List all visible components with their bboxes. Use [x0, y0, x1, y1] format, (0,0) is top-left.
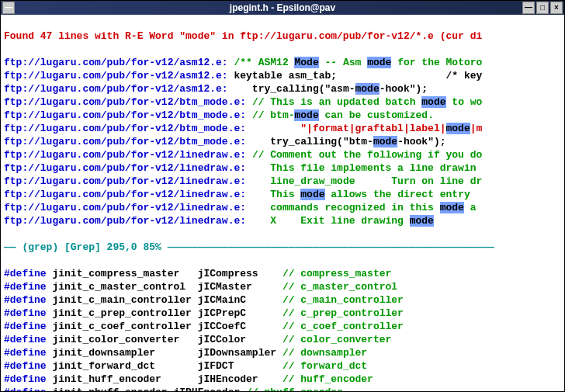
grep-path: ftp://lugaru.com/pub/for-v12/linedraw.e: — [4, 202, 246, 213]
terminal-area[interactable]: Found 47 lines with R-E Word "mode" in f… — [1, 15, 564, 391]
define-value: jIFDCT — [198, 360, 282, 372]
define-keyword: #define — [4, 268, 52, 279]
define-value: jICColor — [198, 334, 282, 345]
comment-text: /** ASM12 — [234, 57, 294, 68]
define-comment: // c_prep_controller — [282, 307, 404, 319]
string-text: mode — [446, 123, 470, 134]
define-keyword: #define — [4, 307, 52, 319]
grep-row[interactable]: ftp://lugaru.com/pub/for-v12/asm12.e: /*… — [4, 56, 561, 69]
grep-path: ftp://lugaru.com/pub/for-v12/linedraw.e: — [4, 215, 246, 227]
define-name: jinit_huff_encoder — [52, 373, 197, 385]
maximize-icon[interactable]: □ — [536, 2, 549, 14]
define-name: jinit_forward_dct — [52, 360, 197, 372]
define-row[interactable]: #define jinit_downsampler jIDownsampler … — [4, 346, 561, 359]
define-name: jinit_c_master_control — [52, 281, 197, 293]
define-row[interactable]: #define jinit_forward_dct jIFDCT // forw… — [4, 359, 561, 373]
window-controls: — □ × — [522, 2, 563, 14]
define-comment: // compress_master — [282, 268, 391, 279]
comment-text: X Exit line drawing — [252, 215, 410, 227]
string-text: |m — [470, 123, 483, 134]
grep-row[interactable]: ftp://lugaru.com/pub/for-v12/linedraw.e:… — [4, 161, 561, 175]
define-comment: // huff_encoder — [282, 373, 373, 385]
define-comment: // color_converter — [282, 334, 391, 345]
define-name: jinit_compress_master — [52, 268, 197, 279]
define-keyword: #define — [4, 360, 52, 372]
match-text: mode — [294, 109, 318, 121]
define-name: jinit_c_coef_controller — [52, 321, 197, 332]
define-value: jICompress — [198, 268, 282, 279]
define-row[interactable]: #define jinit_color_converter jICColor /… — [4, 333, 561, 346]
code-text: mode — [355, 83, 380, 95]
define-keyword: #define — [4, 334, 52, 345]
comment-text: -- Asm — [319, 57, 367, 68]
define-row[interactable]: #define jinit_c_main_controller jICMainC… — [4, 293, 561, 307]
define-value: jIPHEncoder — [173, 387, 246, 391]
define-row[interactable]: #define jinit_c_prep_controller jICPrepC… — [4, 307, 561, 320]
grep-row[interactable]: ftp://lugaru.com/pub/for-v12/btm_mode.e:… — [4, 95, 561, 109]
comment-text: line_draw_mode Turn on line dr — [252, 175, 482, 187]
comment-text: This file implements a line drawin — [252, 162, 477, 174]
match-text: mode — [367, 57, 391, 68]
grep-row[interactable]: ftp://lugaru.com/pub/for-v12/linedraw.e:… — [4, 201, 561, 214]
define-name: jinit_color_converter — [52, 334, 197, 345]
comment-text: // Comment out the following if you do — [252, 149, 482, 161]
grep-row[interactable]: ftp://lugaru.com/pub/for-v12/linedraw.e:… — [4, 188, 561, 201]
grep-path: ftp://lugaru.com/pub/for-v12/linedraw.e: — [4, 149, 246, 161]
define-row[interactable]: #define jinit_compress_master jICompress… — [4, 267, 561, 280]
match-text: Mode — [294, 57, 318, 68]
define-comment: // downsampler — [282, 347, 367, 359]
titlebar[interactable]: — jpegint.h - Epsilon@pav — □ × — [1, 1, 564, 15]
grep-path: ftp://lugaru.com/pub/for-v12/linedraw.e: — [4, 175, 246, 187]
grep-path: ftp://lugaru.com/pub/for-v12/linedraw.e: — [4, 162, 246, 174]
grep-row[interactable]: ftp://lugaru.com/pub/for-v12/linedraw.e:… — [4, 148, 561, 161]
code-text: try_calling("btm- — [252, 136, 373, 147]
grep-row[interactable]: ftp://lugaru.com/pub/for-v12/btm_mode.e:… — [4, 122, 561, 135]
define-row[interactable]: #define jinit_c_coef_controller jICCoefC… — [4, 320, 561, 333]
define-row[interactable]: #define jinit_c_master_control jICMaster… — [4, 280, 561, 293]
grep-path: ftp://lugaru.com/pub/for-v12/btm_mode.e: — [4, 109, 246, 121]
system-menu-icon[interactable]: — — [2, 2, 15, 14]
define-keyword: #define — [4, 294, 52, 306]
define-name: jinit_phuff_encoder — [52, 387, 173, 391]
define-name: jinit_c_main_controller — [52, 294, 197, 306]
define-keyword: #define — [4, 281, 52, 293]
match-text: mode — [410, 215, 434, 227]
comment-text: for the Motoro — [391, 57, 482, 68]
comment-text: to wo — [446, 96, 483, 108]
define-value: jICMaster — [198, 281, 282, 293]
match-text: mode — [300, 189, 324, 200]
define-comment: // forward_dct — [282, 360, 367, 372]
grep-path: ftp://lugaru.com/pub/for-v12/asm12.e: — [4, 70, 228, 82]
grep-path: ftp://lugaru.com/pub/for-v12/asm12.e: — [4, 83, 228, 95]
minimize-icon[interactable]: — — [522, 2, 535, 14]
define-keyword: #define — [4, 347, 52, 359]
define-block: #define jinit_compress_master jICompress… — [4, 267, 561, 391]
match-text: mode — [421, 96, 445, 108]
define-row[interactable]: #define jinit_phuff_encoder jIPHEncoder … — [4, 386, 561, 391]
define-name: jinit_c_prep_controller — [52, 307, 197, 319]
define-value: jIDownsampler — [198, 347, 282, 359]
define-comment: // c_coef_controller — [282, 321, 404, 332]
grep-row[interactable]: ftp://lugaru.com/pub/for-v12/linedraw.e:… — [4, 214, 561, 227]
define-row[interactable]: #define jinit_huff_encoder jIHEncoder //… — [4, 373, 561, 386]
editor-window: — jpegint.h - Epsilon@pav — □ × Found 47… — [0, 0, 565, 392]
grep-row[interactable]: ftp://lugaru.com/pub/for-v12/asm12.e: tr… — [4, 82, 561, 95]
grep-row[interactable]: ftp://lugaru.com/pub/for-v12/asm12.e: ke… — [4, 69, 561, 82]
grep-row[interactable]: ftp://lugaru.com/pub/for-v12/btm_mode.e:… — [4, 135, 561, 148]
grep-row[interactable]: ftp://lugaru.com/pub/for-v12/btm_mode.e:… — [4, 109, 561, 122]
define-keyword: #define — [4, 387, 52, 391]
define-comment: // c_main_controller — [282, 294, 404, 306]
grep-path: ftp://lugaru.com/pub/for-v12/btm_mode.e: — [4, 136, 246, 147]
comment-text: commands recognized in this — [252, 202, 440, 213]
define-value: jICMainC — [198, 294, 282, 306]
grep-row[interactable]: ftp://lugaru.com/pub/for-v12/linedraw.e:… — [4, 175, 561, 188]
close-icon[interactable]: × — [550, 2, 563, 14]
code-text: -hook"); — [397, 136, 445, 147]
code-text: -hook"); — [380, 83, 428, 95]
comment-text: // btm- — [252, 109, 295, 121]
define-comment: // c_master_control — [282, 281, 397, 293]
define-value: jICPrepC — [198, 307, 282, 319]
grep-path: ftp://lugaru.com/pub/for-v12/btm_mode.e: — [4, 123, 246, 134]
grep-path: ftp://lugaru.com/pub/for-v12/btm_mode.e: — [4, 96, 246, 108]
code-text: keytable asm_tab; /* key — [234, 70, 482, 82]
